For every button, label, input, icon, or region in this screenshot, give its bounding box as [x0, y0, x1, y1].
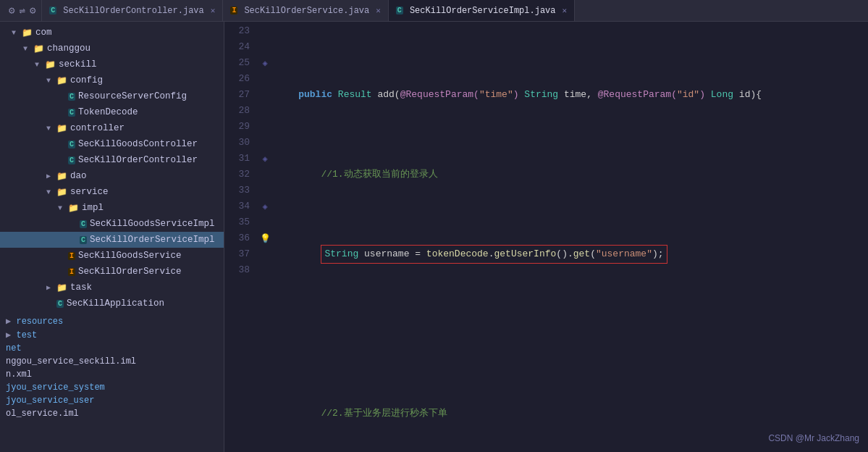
- folder-changgou-icon: 📁: [33, 43, 44, 54]
- tree-item-seckill[interactable]: ▼ 📁 seckill: [0, 56, 224, 72]
- tab-label-2: SecKillOrderService.java: [244, 6, 369, 16]
- badge-goods-service-impl: C: [80, 220, 87, 228]
- code-container[interactable]: 23 24 25 26 27 28 29 30 31 32 33 34 35 3…: [224, 22, 868, 452]
- tab-close-2[interactable]: ✕: [376, 6, 381, 15]
- tree-item-service[interactable]: ▼ 📁 service: [0, 184, 224, 200]
- tree-item-seckill-app[interactable]: ▶ C SecKillApplication: [0, 296, 224, 311]
- sidebar: ▼ 📁 com ▼ 📁 changgou ▼ 📁 seckill ▼: [0, 22, 224, 452]
- toolbar-icons: ⚙ ⇌ ⚙: [3, 0, 42, 21]
- folder-seckill-icon: 📁: [45, 59, 56, 70]
- line-numbers: 23 24 25 26 27 28 29 30 31 32 33 34 35 3…: [224, 22, 257, 452]
- label-config: config: [70, 75, 103, 85]
- tab-icon-c-2: C: [396, 7, 403, 14]
- tree-item-task[interactable]: ▶ 📁 task: [0, 280, 224, 296]
- sidebar-footer: ▶ resources ▶ test net nggou_service_sec…: [0, 314, 224, 420]
- label-token-decode: TokenDecode: [78, 107, 138, 117]
- gutter-23: [257, 23, 273, 39]
- badge-order-service: I: [68, 268, 75, 276]
- code-line-27: //2.基于业务层进行秒杀下单: [273, 406, 868, 422]
- label-resource-server-config: ResourceServerConfig: [78, 91, 187, 101]
- tab-close[interactable]: ✕: [211, 6, 216, 15]
- gutter-36: 💡: [257, 230, 273, 246]
- tree-item-token-decode[interactable]: ▶ C TokenDecode: [0, 104, 224, 120]
- gutter-31: ◈: [257, 151, 273, 167]
- label-service: service: [70, 187, 109, 197]
- badge-seckill-app: C: [56, 300, 64, 308]
- folder-service-icon: 📁: [56, 187, 67, 198]
- tree-item-order-controller[interactable]: ▶ C SecKillOrderController: [0, 152, 224, 168]
- chevron-impl: ▼: [58, 204, 68, 212]
- folder-task-icon: 📁: [56, 282, 67, 293]
- label-goods-controller: SecKillGoodsController: [78, 139, 198, 149]
- gutter-24: [257, 39, 273, 55]
- label-order-service-impl: SecKillOrderServiceImpl: [90, 235, 215, 245]
- tree-item-order-service[interactable]: ▶ I SecKillOrderService: [0, 264, 224, 280]
- footer-service-user[interactable]: jyou_service_user: [0, 394, 224, 407]
- tab-bar: ⚙ ⇌ ⚙ C SecKillOrderController.java ✕ I …: [0, 0, 868, 22]
- tree-item-dao[interactable]: ▶ 📁 dao: [0, 168, 224, 184]
- folder-dao-icon: 📁: [56, 171, 67, 182]
- footer-resources[interactable]: ▶ resources: [0, 314, 224, 328]
- tree-item-changgou[interactable]: ▼ 📁 changgou: [0, 41, 224, 56]
- code-lines[interactable]: public Result add(@RequestParam("time") …: [273, 22, 868, 452]
- chevron-dao: ▶: [46, 172, 56, 180]
- split-icon[interactable]: ⇌: [19, 4, 25, 17]
- badge-goods-controller: C: [68, 141, 75, 148]
- label-impl: impl: [82, 203, 104, 213]
- tree-item-goods-service-impl[interactable]: ▶ C SecKillGoodsServiceImpl: [0, 216, 224, 232]
- badge-resource-server-config: C: [68, 93, 75, 101]
- label-seckill-app: SecKillApplication: [67, 298, 164, 309]
- gutter-29: [257, 119, 273, 135]
- label-com: com: [35, 28, 52, 38]
- main-area: ▼ 📁 com ▼ 📁 changgou ▼ 📁 seckill ▼: [0, 22, 868, 452]
- code-line-24: //1.动态获取当前的登录人: [273, 167, 868, 183]
- tree-item-com[interactable]: ▼ 📁 com: [0, 25, 224, 41]
- label-seckill: seckill: [59, 59, 97, 70]
- label-task: task: [70, 282, 92, 293]
- tree-item-config[interactable]: ▼ 📁 config: [0, 72, 224, 88]
- chevron-service: ▼: [46, 188, 56, 196]
- label-goods-service-impl: SecKillGoodsServiceImpl: [90, 219, 215, 229]
- tree-item-goods-controller[interactable]: ▶ C SecKillGoodsController: [0, 136, 224, 152]
- folder-controller-icon: 📁: [56, 123, 67, 134]
- badge-token-decode: C: [68, 109, 75, 117]
- gutter-28: [257, 103, 273, 119]
- tree-item-goods-service[interactable]: ▶ I SecKillGoodsService: [0, 248, 224, 264]
- tree-item-controller[interactable]: ▼ 📁 controller: [0, 120, 224, 136]
- red-highlight-box: String username = tokenDecode.getUserInf…: [321, 245, 667, 264]
- footer-net[interactable]: net: [0, 342, 224, 355]
- tab-icon-c: C: [49, 7, 56, 14]
- badge-goods-service: I: [68, 252, 75, 260]
- tree-item-resource-server-config[interactable]: ▶ C ResourceServerConfig: [0, 88, 224, 104]
- folder-impl-icon: 📁: [68, 203, 79, 214]
- tab-close-3[interactable]: ✕: [562, 6, 568, 15]
- tree-item-impl[interactable]: ▼ 📁 impl: [0, 200, 224, 216]
- gutter-35: [257, 214, 273, 230]
- gutter-32: [257, 167, 273, 183]
- label-order-controller: SecKillOrderController: [78, 155, 198, 165]
- chevron-changgou: ▼: [23, 45, 33, 53]
- gutter-34: ◈: [257, 198, 273, 214]
- settings-icon[interactable]: ⚙: [9, 4, 14, 17]
- gear2-icon[interactable]: ⚙: [30, 4, 35, 17]
- folder-config-icon: 📁: [56, 75, 67, 86]
- code-line-23: public Result add(@RequestParam("time") …: [273, 87, 868, 103]
- gutter-30: [257, 135, 273, 151]
- footer-xml[interactable]: n.xml: [0, 368, 224, 381]
- tab-label-3: SecKillOrderServiceImpl.java: [410, 6, 556, 16]
- gutter-27: [257, 87, 273, 103]
- tab-controller[interactable]: C SecKillOrderController.java ✕: [42, 0, 223, 21]
- footer-service-system[interactable]: jyou_service_system: [0, 381, 224, 394]
- tab-service[interactable]: I SecKillOrderService.java ✕: [223, 0, 388, 21]
- chevron-task: ▶: [46, 283, 56, 292]
- tab-icon-i: I: [230, 7, 237, 14]
- footer-test[interactable]: ▶ test: [0, 328, 224, 342]
- label-changgou: changgou: [47, 43, 90, 54]
- chevron-com: ▼: [12, 29, 22, 37]
- tree-item-order-service-impl[interactable]: ▶ C SecKillOrderServiceImpl: [0, 232, 224, 248]
- tab-service-impl[interactable]: C SecKillOrderServiceImpl.java ✕: [389, 0, 575, 21]
- folder-com-icon: 📁: [22, 28, 33, 38]
- gutter-37: [257, 246, 273, 262]
- footer-service-iml[interactable]: ol_service.iml: [0, 407, 224, 420]
- footer-seckill-iml[interactable]: nggou_service_seckill.iml: [0, 355, 224, 368]
